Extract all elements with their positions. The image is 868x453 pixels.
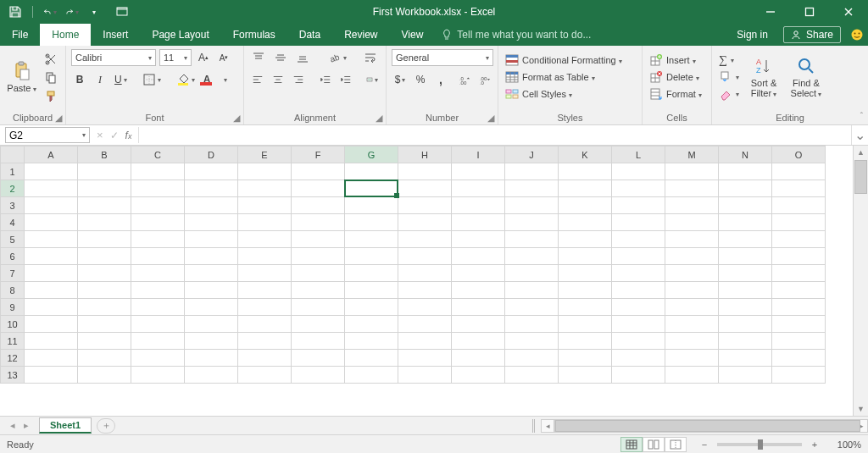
cell[interactable] bbox=[665, 299, 719, 316]
cell[interactable] bbox=[452, 248, 505, 265]
cell[interactable] bbox=[185, 350, 238, 367]
cell[interactable] bbox=[665, 231, 719, 248]
cell[interactable] bbox=[131, 299, 185, 316]
column-header[interactable]: H bbox=[398, 146, 452, 163]
cell[interactable] bbox=[185, 248, 238, 265]
formula-input[interactable] bbox=[139, 125, 851, 145]
cell[interactable] bbox=[398, 299, 452, 316]
column-header[interactable]: B bbox=[78, 146, 131, 163]
cell[interactable] bbox=[131, 282, 185, 299]
cell[interactable] bbox=[292, 350, 345, 367]
merge-center-button[interactable] bbox=[364, 71, 381, 88]
cell[interactable] bbox=[292, 248, 345, 265]
cell[interactable] bbox=[559, 282, 612, 299]
cell[interactable] bbox=[719, 248, 772, 265]
column-header[interactable]: M bbox=[665, 146, 719, 163]
cell[interactable] bbox=[505, 333, 559, 350]
cell[interactable] bbox=[185, 231, 238, 248]
increase-indent-button[interactable] bbox=[337, 71, 354, 88]
column-header[interactable]: C bbox=[131, 146, 185, 163]
cell[interactable] bbox=[665, 316, 719, 333]
align-top-button[interactable] bbox=[249, 49, 268, 66]
cell[interactable] bbox=[772, 282, 826, 299]
name-box[interactable]: G2▾ bbox=[5, 127, 90, 143]
cell[interactable] bbox=[78, 350, 131, 367]
cell[interactable] bbox=[452, 214, 505, 231]
expand-formula-bar-icon[interactable]: ⌄ bbox=[851, 125, 868, 145]
cell[interactable] bbox=[78, 333, 131, 350]
clipboard-dialog-launcher-icon[interactable]: ◢ bbox=[53, 113, 64, 123]
feedback-smiley-icon[interactable] bbox=[846, 24, 868, 46]
cell[interactable] bbox=[345, 350, 398, 367]
cell[interactable] bbox=[612, 299, 665, 316]
cell[interactable] bbox=[505, 350, 559, 367]
cell[interactable] bbox=[719, 163, 772, 180]
cell[interactable] bbox=[345, 197, 398, 214]
cell[interactable] bbox=[292, 163, 345, 180]
cell[interactable] bbox=[292, 299, 345, 316]
cell[interactable] bbox=[292, 214, 345, 231]
cell[interactable] bbox=[398, 231, 452, 248]
copy-button[interactable] bbox=[42, 69, 60, 86]
cell[interactable] bbox=[559, 163, 612, 180]
fill-color-button[interactable] bbox=[174, 71, 198, 88]
delete-cells-button[interactable]: Delete ▾ bbox=[648, 69, 706, 85]
row-header[interactable]: 4 bbox=[1, 214, 25, 231]
cell[interactable] bbox=[238, 214, 292, 231]
cell[interactable] bbox=[78, 367, 131, 384]
cell[interactable] bbox=[505, 163, 559, 180]
decrease-decimal-button[interactable]: .00.0 bbox=[476, 71, 493, 88]
vscroll-thumb[interactable] bbox=[854, 160, 867, 194]
font-dialog-launcher-icon[interactable]: ◢ bbox=[231, 113, 242, 123]
cell[interactable] bbox=[612, 333, 665, 350]
decrease-indent-button[interactable] bbox=[317, 71, 334, 88]
row-header[interactable]: 11 bbox=[1, 333, 25, 350]
column-header[interactable]: N bbox=[719, 146, 772, 163]
cell[interactable] bbox=[131, 180, 185, 197]
tab-review[interactable]: Review bbox=[332, 24, 389, 46]
cell[interactable] bbox=[665, 248, 719, 265]
cell[interactable] bbox=[25, 163, 78, 180]
cell[interactable] bbox=[398, 248, 452, 265]
cell[interactable] bbox=[505, 231, 559, 248]
cell[interactable] bbox=[345, 180, 398, 197]
ribbon-display-options-icon[interactable] bbox=[109, 0, 135, 24]
number-format-combo[interactable]: General▾ bbox=[392, 49, 493, 66]
cell[interactable] bbox=[772, 248, 826, 265]
conditional-formatting-button[interactable]: Conditional Formatting ▾ bbox=[504, 52, 637, 68]
bold-button[interactable]: B bbox=[71, 71, 88, 88]
page-layout-view-button[interactable] bbox=[643, 437, 665, 452]
cell[interactable] bbox=[665, 333, 719, 350]
cell[interactable] bbox=[505, 316, 559, 333]
cell[interactable] bbox=[78, 248, 131, 265]
cell[interactable] bbox=[452, 367, 505, 384]
normal-view-button[interactable] bbox=[620, 437, 643, 452]
cell[interactable] bbox=[185, 214, 238, 231]
minimize-button[interactable] bbox=[751, 0, 790, 24]
cell[interactable] bbox=[772, 265, 826, 282]
column-header[interactable]: J bbox=[505, 146, 559, 163]
cell[interactable] bbox=[238, 197, 292, 214]
cell[interactable] bbox=[559, 248, 612, 265]
sort-filter-button[interactable]: AZ Sort & Filter ▾ bbox=[744, 49, 783, 105]
save-icon[interactable] bbox=[8, 5, 22, 19]
column-header[interactable]: E bbox=[238, 146, 292, 163]
find-select-button[interactable]: Find & Select ▾ bbox=[787, 49, 826, 105]
row-header[interactable]: 7 bbox=[1, 265, 25, 282]
cell[interactable] bbox=[452, 265, 505, 282]
cell[interactable] bbox=[78, 316, 131, 333]
zoom-out-button[interactable]: − bbox=[698, 439, 710, 450]
cell[interactable] bbox=[25, 299, 78, 316]
cell[interactable] bbox=[238, 282, 292, 299]
zoom-level[interactable]: 100% bbox=[827, 439, 861, 450]
cell[interactable] bbox=[131, 350, 185, 367]
cell[interactable] bbox=[665, 282, 719, 299]
cell[interactable] bbox=[238, 350, 292, 367]
cell[interactable] bbox=[238, 316, 292, 333]
cell[interactable] bbox=[612, 248, 665, 265]
align-bottom-button[interactable] bbox=[293, 49, 312, 66]
accounting-format-button[interactable]: $ bbox=[392, 71, 409, 88]
increase-font-button[interactable]: A▴ bbox=[195, 49, 212, 66]
cell[interactable] bbox=[505, 367, 559, 384]
cell[interactable] bbox=[25, 248, 78, 265]
